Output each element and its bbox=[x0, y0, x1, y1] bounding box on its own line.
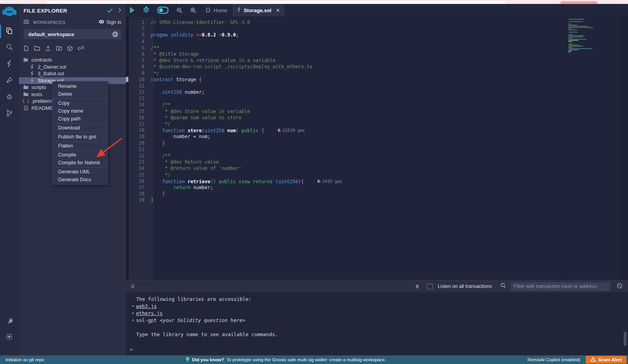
menu-item-copy[interactable]: Copy bbox=[53, 99, 108, 107]
code-line: 10contract Storage { bbox=[129, 76, 568, 83]
new-file-icon[interactable] bbox=[24, 46, 29, 53]
menu-item-download[interactable]: Download bbox=[53, 124, 108, 132]
menu-item-generate-docs[interactable]: Generate Docs bbox=[53, 176, 108, 184]
terminal-line bbox=[126, 324, 628, 331]
terminal-header: 0 Listen on all transactions bbox=[126, 280, 628, 292]
tab-storage-sol[interactable]: Storage.sol✕ bbox=[232, 4, 285, 16]
tree-item-label: .prettierrc bbox=[31, 98, 53, 104]
folder-icon bbox=[23, 85, 29, 89]
rail-item-plugin-manager[interactable] bbox=[0, 314, 18, 329]
rail-item-debugger[interactable] bbox=[0, 89, 18, 105]
clear-console-icon[interactable] bbox=[617, 283, 623, 290]
check-icon[interactable] bbox=[107, 8, 113, 14]
code-line: 2 bbox=[129, 25, 568, 32]
code-line: 8 * @custom:dev-run-script ./scripts/dep… bbox=[129, 64, 568, 70]
tree-item-3-ballot-sol[interactable]: 3_Ballot.sol bbox=[19, 70, 126, 77]
rail-item-git[interactable] bbox=[0, 106, 18, 122]
sign-in-button[interactable]: Sign in bbox=[99, 19, 121, 25]
tree-item-label: 2_Owner.sol bbox=[38, 64, 66, 70]
copilot-toggle[interactable] bbox=[153, 4, 172, 16]
remix-logo-icon[interactable] bbox=[3, 6, 16, 18]
rail-item-search[interactable] bbox=[0, 40, 18, 56]
code-line: 5/** bbox=[129, 45, 568, 51]
lightbulb-icon bbox=[186, 357, 190, 363]
scam-alert-button[interactable]: Scam Alert bbox=[586, 356, 626, 364]
transaction-count-badge: 0 bbox=[416, 284, 419, 289]
new-folder-icon[interactable] bbox=[34, 46, 40, 53]
rail-item-settings[interactable] bbox=[0, 329, 18, 345]
terminal-line: •ethers.js bbox=[126, 310, 628, 317]
editor-minimap[interactable] bbox=[566, 17, 612, 280]
settings-icon bbox=[6, 333, 13, 342]
braces-icon: { } bbox=[23, 99, 29, 103]
listen-all-transactions-checkbox[interactable] bbox=[427, 284, 433, 289]
annotation-arrow bbox=[93, 136, 125, 160]
rail-item-deploy-and-run[interactable] bbox=[0, 73, 18, 89]
menu-item-rename[interactable]: Rename bbox=[53, 82, 108, 90]
doc-icon bbox=[23, 106, 29, 111]
icon-rail bbox=[0, 4, 19, 355]
terminal[interactable]: The following libraries are accessible:•… bbox=[126, 292, 628, 355]
upload-file-icon[interactable] bbox=[45, 46, 51, 53]
tab-home[interactable]: Home bbox=[200, 4, 232, 16]
collapse-terminal-icon[interactable] bbox=[130, 284, 135, 289]
code-line: 20 } bbox=[129, 140, 568, 146]
workspace-select[interactable]: default_workspace bbox=[24, 29, 121, 39]
copilot-status[interactable]: RemixAI Copilot (enabled) bbox=[528, 357, 580, 362]
cube-icon[interactable] bbox=[67, 46, 73, 53]
menu-item-copy-name[interactable]: Copy name bbox=[53, 107, 108, 115]
workspaces-label: WORKSPACES bbox=[33, 20, 99, 25]
rail-item-file-explorer[interactable] bbox=[0, 24, 18, 39]
code-line: 23 * @dev Return value bbox=[129, 159, 568, 165]
editor-column: HomeStorage.sol✕ 1// SPDX-License-Identi… bbox=[126, 4, 628, 355]
code-line: 17 */ bbox=[129, 121, 568, 127]
code-line: 16 * @param num value to store bbox=[129, 115, 568, 121]
sol-icon bbox=[29, 71, 35, 76]
sol-icon bbox=[29, 78, 35, 83]
transaction-filter-input[interactable] bbox=[511, 282, 610, 291]
code-line: 27 return number; bbox=[129, 184, 568, 191]
code-line: 22 /** bbox=[129, 153, 568, 159]
panel-resize-handle[interactable] bbox=[126, 17, 129, 280]
code-line: 7 * @dev Store & retrieve value in a var… bbox=[129, 57, 568, 64]
terminal-link[interactable]: ethers.js bbox=[136, 310, 163, 316]
menu-item-delete[interactable]: Delete bbox=[53, 90, 108, 98]
chevron-right-icon[interactable] bbox=[118, 7, 121, 14]
terminal-scrollbar[interactable] bbox=[624, 332, 626, 346]
terminal-link[interactable]: web3.js bbox=[136, 303, 157, 309]
menu-item-copy-path[interactable]: Copy path bbox=[53, 115, 108, 123]
rail-item-solidity-compiler[interactable] bbox=[0, 56, 18, 72]
home-icon bbox=[205, 7, 211, 13]
run-script-button[interactable] bbox=[126, 4, 139, 16]
menu-item-compile-for-nahmii[interactable]: Compile for Nahmii bbox=[53, 159, 108, 167]
tree-item-2-owner-sol[interactable]: 2_Owner.sol bbox=[19, 64, 126, 71]
listen-label: Listen on all transactions bbox=[438, 284, 492, 289]
code-line: 9 */ bbox=[129, 70, 568, 76]
code-line: 25 */ bbox=[129, 172, 568, 178]
zoom-out-button[interactable] bbox=[173, 4, 186, 16]
solidity-compiler-icon bbox=[6, 60, 13, 69]
zoom-in-button[interactable] bbox=[186, 4, 200, 16]
search-icon[interactable] bbox=[500, 283, 506, 290]
select-caret-icon bbox=[112, 31, 118, 37]
upload-folder-icon[interactable] bbox=[56, 46, 62, 53]
code-line: 4 bbox=[129, 38, 568, 45]
sol-icon bbox=[29, 64, 35, 69]
close-tab-icon[interactable]: ✕ bbox=[276, 7, 280, 13]
git-init-button[interactable]: Initialize as git repo bbox=[0, 357, 44, 362]
hamburger-icon[interactable] bbox=[24, 19, 29, 25]
menu-item-generate-uml[interactable]: Generate UML bbox=[53, 168, 108, 176]
terminal-prompt[interactable]: > bbox=[130, 346, 133, 352]
code-line: 6 * @title Storage bbox=[129, 51, 568, 57]
ai-copilot-button[interactable] bbox=[139, 4, 153, 16]
code-content[interactable]: 1// SPDX-License-Identifier: GPL-3.023pr… bbox=[129, 19, 568, 203]
warning-icon bbox=[590, 357, 596, 362]
tree-item-label: scripts bbox=[31, 84, 46, 90]
editor-right-edge bbox=[622, 16, 628, 280]
deploy-and-run-icon bbox=[6, 76, 13, 85]
link-icon[interactable] bbox=[78, 46, 84, 53]
tree-item-contracts[interactable]: contracts bbox=[19, 56, 126, 64]
code-line: 21 bbox=[129, 146, 568, 153]
tree-item-label: 3_Ballot.sol bbox=[38, 71, 64, 76]
code-editor[interactable]: 1// SPDX-License-Identifier: GPL-3.023pr… bbox=[126, 17, 628, 280]
